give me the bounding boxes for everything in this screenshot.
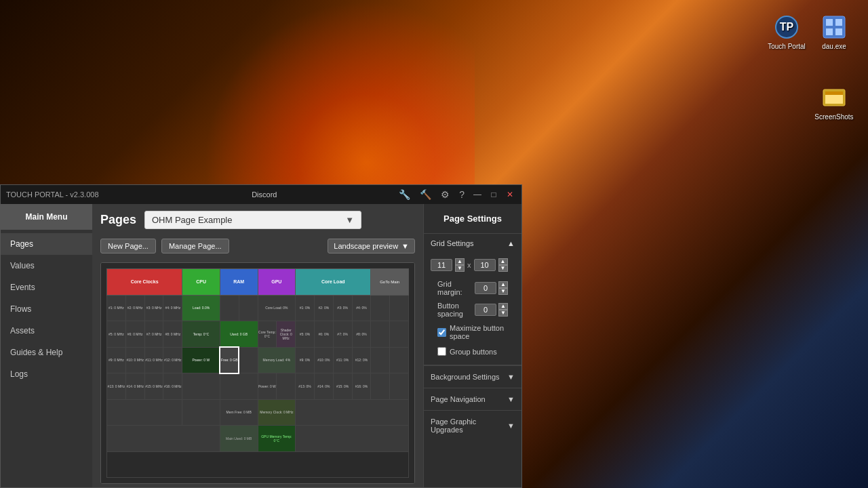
settings-panel: Page Settings Grid Settings ▲ ▲ ▼ x	[423, 204, 521, 487]
page-graphic-upgrades-section[interactable]: Page Graphic Upgrades ▼	[424, 410, 521, 441]
new-page-button[interactable]: New Page...	[100, 239, 156, 253]
sidebar-item-logs[interactable]: Logs	[1, 363, 92, 385]
header-cpu: CPU	[182, 269, 220, 296]
manage-page-button[interactable]: Manage Page...	[161, 239, 229, 253]
grid-settings-section: Grid Settings ▲ ▲ ▼ x ▲	[424, 234, 521, 365]
maximize-button[interactable]: □	[488, 188, 500, 201]
wrench2-icon[interactable]: 🔨	[417, 188, 434, 201]
grid-settings-header[interactable]: Grid Settings ▲	[424, 234, 521, 253]
grid-cell: #10: 0 MHz	[125, 347, 144, 373]
grid-margin-spinner: ▲ ▼	[498, 281, 508, 295]
grid-cell: #11: 0%	[333, 347, 352, 373]
grid-margin-input[interactable]	[475, 282, 496, 294]
grid-cell: Core Temp: 0°C	[258, 321, 277, 348]
desktop-icon-screenshots[interactable]: ScreenShots	[814, 84, 854, 121]
grid-margin-down[interactable]: ▼	[498, 288, 508, 295]
grid-cols-spinner: ▲ ▼	[455, 258, 465, 272]
button-spacing-input[interactable]	[475, 304, 496, 316]
sidebar-item-flows[interactable]: Flows	[1, 298, 92, 320]
canvas-area[interactable]: Core Clocks CPU RAM GPU Core Load GoTo M…	[100, 262, 415, 484]
sidebar-item-events[interactable]: Events	[1, 277, 92, 298]
page-graphic-upgrades-label: Page Graphic Upgrades	[431, 418, 507, 434]
grid-rows-input[interactable]	[474, 259, 496, 271]
main-used-cell: Main Used: 0 MB	[220, 426, 258, 452]
sidebar-main-menu[interactable]: Main Menu	[1, 204, 92, 230]
grid-cell: #8: 0 MHz	[163, 321, 182, 348]
grid-cell: Shader Clock: 0 MHz	[277, 321, 296, 348]
mem-free-cell: Mem Free: 0 MB	[220, 399, 258, 426]
grid-cell	[390, 373, 409, 400]
grid-rows-up[interactable]: ▲	[498, 258, 508, 265]
button-spacing-down[interactable]: ▼	[498, 310, 508, 317]
grid-cell	[371, 295, 390, 321]
title-bar-title: TOUCH PORTAL - v2.3.008	[6, 190, 132, 199]
background-settings-section[interactable]: Background Settings ▼	[424, 365, 521, 388]
grid-settings-collapse-icon: ▲	[507, 239, 515, 247]
sidebar-item-guides[interactable]: Guides & Help	[1, 342, 92, 363]
pages-header: Pages OHM Page Example ▼	[92, 204, 423, 236]
maximize-checkbox[interactable]	[437, 328, 446, 337]
sidebar-item-values[interactable]: Values	[1, 255, 92, 277]
help-icon[interactable]: ?	[456, 188, 467, 201]
grid-cell	[239, 295, 258, 321]
desktop-icon-dau[interactable]: dau.exe	[814, 14, 854, 50]
grid-cell: #9: 0 MHz	[107, 347, 126, 373]
group-checkbox[interactable]	[437, 347, 446, 356]
grid-rows-spinner: ▲ ▼	[498, 258, 508, 272]
grid-cell: #4: 0%	[352, 295, 371, 321]
grid-margin-up[interactable]: ▲	[498, 281, 508, 288]
gpu-mem-temp-cell: GPU Memory Temp: 0°C	[258, 426, 296, 452]
gear-icon[interactable]: ⚙	[438, 188, 452, 201]
grid-cell	[182, 373, 220, 400]
sidebar-item-pages[interactable]: Pages	[1, 233, 92, 255]
page-dropdown[interactable]: OHM Page Example ▼	[144, 211, 361, 229]
grid-size-row: ▲ ▼ x ▲ ▼	[431, 258, 515, 272]
group-checkbox-row: Group buttons	[431, 344, 515, 359]
dau-icon	[821, 14, 848, 41]
grid-cell: #15: 0%	[333, 373, 352, 400]
sidebar: Main Menu Pages Values Events Flows Asse…	[1, 204, 92, 487]
svg-rect-9	[825, 92, 843, 95]
selected-cell[interactable]: Free: 0 GB	[220, 347, 239, 373]
page-graphic-upgrades-collapse-icon: ▼	[507, 422, 515, 430]
grid-cell: #11: 0 MHz	[144, 347, 163, 373]
goto-main-button[interactable]: GoTo Main	[371, 269, 409, 296]
grid-cols-input[interactable]	[431, 259, 452, 271]
preview-dropdown[interactable]: Landscape preview ▼	[328, 239, 415, 253]
button-spacing-up[interactable]: ▲	[498, 303, 508, 310]
center-content: Pages OHM Page Example ▼ New Page... Man…	[92, 204, 423, 487]
cpu-temp-cell: Temp: 0°C	[182, 321, 220, 348]
sidebar-nav: Pages Values Events Flows Assets Guides …	[1, 230, 92, 487]
wrench-icon[interactable]: 🔧	[396, 188, 413, 201]
chevron-down-icon: ▼	[345, 215, 354, 225]
grid-cell: #7: 0%	[333, 321, 352, 348]
tp-window: TOUCH PORTAL - v2.3.008 Discord 🔧 🔨 ⚙ ? …	[0, 184, 522, 488]
minimize-button[interactable]: —	[471, 188, 484, 201]
screenshots-icon	[821, 84, 848, 111]
grid-cell	[277, 373, 296, 400]
grid-rows-down[interactable]: ▼	[498, 265, 508, 272]
touch-portal-icon: TP	[773, 14, 800, 41]
button-spacing-controls: ▲ ▼	[475, 303, 508, 317]
grid-cell	[182, 399, 220, 426]
grid-cols-down[interactable]: ▼	[455, 265, 465, 272]
grid-cell: #5: 0%	[296, 321, 315, 348]
ohm-grid: Core Clocks CPU RAM GPU Core Load GoTo M…	[106, 268, 409, 478]
desktop-icon-touch-portal[interactable]: TP Touch Portal	[766, 14, 807, 50]
grid-cols-up[interactable]: ▲	[455, 258, 465, 265]
grid-cell: #6: 0 MHz	[125, 321, 144, 348]
ram-used-cell: Used: 0 GB	[220, 321, 258, 348]
svg-rect-3	[826, 19, 833, 26]
grid-cell: #3: 0 MHz	[144, 295, 163, 321]
close-button[interactable]: ✕	[504, 188, 516, 201]
svg-rect-6	[835, 28, 842, 35]
pages-toolbar: New Page... Manage Page... Landscape pre…	[92, 236, 423, 259]
svg-rect-5	[826, 28, 833, 35]
sidebar-item-assets[interactable]: Assets	[1, 320, 92, 342]
header-ram: RAM	[220, 269, 258, 296]
grid-cell: #9: 0%	[296, 347, 315, 373]
background-settings-collapse-icon: ▼	[507, 373, 515, 381]
svg-rect-4	[835, 19, 842, 26]
grid-cell: #13: 0%	[296, 373, 315, 400]
page-navigation-section[interactable]: Page Navigation ▼	[424, 388, 521, 410]
